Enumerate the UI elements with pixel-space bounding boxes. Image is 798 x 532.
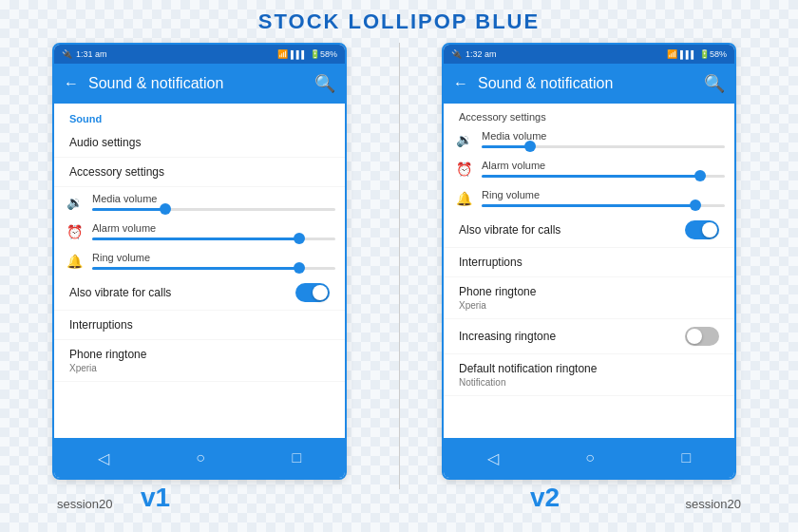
phone-v2: 🔌 1:32 am 📶 ▌▌▌ 🔋58% ← Sound & notificat…: [442, 43, 736, 480]
status-left-v2: 🔌 1:32 am: [451, 49, 497, 59]
ring-volume-v1: 🔔 Ring volume: [54, 246, 345, 276]
phone-ringtone-sub-v2: Xperia: [459, 300, 719, 311]
status-right-v2: 📶 ▌▌▌ 🔋58%: [667, 49, 727, 59]
status-time-v1: 1:31 am: [76, 49, 107, 59]
v1-label: v1: [141, 483, 170, 513]
alarm-volume-v2: ⏰ Alarm volume: [444, 154, 734, 183]
signal-icon-v2: ▌▌▌: [680, 50, 696, 59]
increasing-ringtone-toggle-v2[interactable]: [685, 327, 719, 346]
back-button-v2[interactable]: ←: [453, 75, 468, 92]
v2-label: v2: [530, 483, 560, 513]
vibrate-toggle-row-v2[interactable]: Also vibrate for calls: [444, 213, 734, 248]
home-nav-v1[interactable]: ○: [196, 449, 205, 466]
alarm-volume-v1: ⏰ Alarm volume: [54, 217, 345, 246]
usb-icon: 🔌: [62, 49, 72, 59]
content-v2: Accessory settings 🔉 Media volume ⏰ Alar…: [444, 104, 734, 438]
status-time-v2: 1:32 am: [466, 49, 497, 59]
vibrate-toggle-v1[interactable]: [295, 283, 330, 302]
search-icon-v2[interactable]: 🔍: [704, 73, 725, 94]
search-icon-v1[interactable]: 🔍: [314, 73, 335, 94]
phone-ringtone-v2[interactable]: Phone ringtone Xperia: [444, 277, 734, 319]
vibrate-label-v1: Also vibrate for calls: [69, 286, 171, 299]
phone-ringtone-v1[interactable]: Phone ringtone Xperia: [54, 340, 345, 382]
speaker-icon-v2: 🔉: [453, 132, 474, 147]
media-volume-v2: 🔉 Media volume: [444, 124, 734, 154]
ring-volume-label-v2: Ring volume: [482, 189, 725, 200]
default-notification-v2[interactable]: Default notification ringtone Notificati…: [444, 354, 734, 396]
alarm-icon-v2: ⏰: [453, 162, 474, 177]
toggle-knob-v2: [702, 222, 717, 238]
bell-icon-v1: 🔔: [64, 254, 85, 269]
status-right-v1: 📶 ▌▌▌ 🔋58%: [277, 49, 337, 59]
wifi-icon-v2: 📶: [667, 49, 677, 59]
ring-slider-v2[interactable]: [482, 204, 725, 207]
wifi-icon-v1: 📶: [277, 49, 288, 59]
back-button-v1[interactable]: ←: [64, 75, 79, 92]
battery-icon-v2: 🔋58%: [699, 49, 727, 59]
media-slider-v1[interactable]: [92, 208, 335, 211]
session-label-left: session20: [57, 497, 113, 511]
accessory-settings-v1: Accessory settings: [54, 158, 345, 187]
audio-settings-v1[interactable]: Audio settings: [54, 128, 345, 158]
app-bar-title-v2: Sound & notification: [478, 75, 694, 92]
recent-nav-v2[interactable]: □: [682, 449, 692, 466]
recent-nav-v1[interactable]: □: [293, 449, 302, 466]
battery-icon-v1: 🔋58%: [310, 49, 337, 59]
media-volume-label-v2: Media volume: [482, 130, 725, 142]
vibrate-label-v2: Also vibrate for calls: [459, 223, 560, 237]
page-title: STOCK LOLLIPOP BLUE: [0, 10, 798, 34]
app-bar-v2: ← Sound & notification 🔍: [444, 64, 734, 104]
status-left-v1: 🔌 1:31 am: [62, 49, 107, 59]
app-bar-title-v1: Sound & notification: [88, 75, 305, 92]
alarm-slider-v1[interactable]: [92, 238, 335, 240]
phone-ringtone-sub-v1: Xperia: [69, 363, 330, 373]
media-volume-label-v1: Media volume: [92, 193, 335, 204]
media-volume-v1: 🔉 Media volume: [54, 187, 345, 217]
bottom-nav-v1: ◁ ○ □: [54, 438, 345, 478]
alarm-icon-v1: ⏰: [64, 224, 85, 239]
center-divider: [399, 43, 400, 489]
alarm-volume-label-v2: Alarm volume: [482, 160, 725, 171]
toggle-knob-v1: [313, 285, 328, 300]
speaker-icon-v1: 🔉: [64, 195, 85, 210]
ring-slider-v1[interactable]: [92, 267, 335, 270]
ring-volume-v2: 🔔 Ring volume: [444, 183, 734, 213]
signal-icon-v1: ▌▌▌: [291, 50, 307, 59]
bell-icon-v2: 🔔: [453, 191, 474, 206]
content-v1: Sound Audio settings Accessory settings …: [54, 104, 345, 438]
session-label-right: session20: [685, 497, 741, 511]
bottom-nav-v2: ◁ ○ □: [444, 438, 734, 478]
status-bar-v2: 🔌 1:32 am 📶 ▌▌▌ 🔋58%: [444, 45, 734, 64]
increasing-ringtone-row-v2[interactable]: Increasing ringtone: [444, 319, 734, 354]
status-bar-v1: 🔌 1:31 am 📶 ▌▌▌ 🔋58%: [54, 45, 345, 64]
vibrate-toggle-v2[interactable]: [685, 220, 719, 239]
back-nav-v1[interactable]: ◁: [98, 449, 109, 467]
accessory-header-v2: Accessory settings: [444, 104, 734, 124]
vibrate-toggle-row-v1[interactable]: Also vibrate for calls: [54, 276, 345, 311]
increasing-ringtone-label-v2: Increasing ringtone: [459, 330, 556, 343]
interruptions-v2[interactable]: Interruptions: [444, 248, 734, 277]
back-nav-v2[interactable]: ◁: [487, 449, 499, 467]
default-notification-sub-v2: Notification: [459, 377, 719, 388]
home-nav-v2[interactable]: ○: [585, 449, 595, 466]
alarm-slider-v2[interactable]: [482, 175, 725, 178]
phone-v1: 🔌 1:31 am 📶 ▌▌▌ 🔋58% ← Sound & notificat…: [52, 43, 347, 480]
media-slider-v2[interactable]: [482, 145, 725, 148]
section-sound-v1: Sound: [54, 104, 345, 128]
interruptions-v1[interactable]: Interruptions: [54, 311, 345, 340]
usb-icon-v2: 🔌: [451, 49, 462, 59]
app-bar-v1: ← Sound & notification 🔍: [54, 64, 345, 104]
toggle-knob-increasing-v2: [687, 329, 702, 344]
